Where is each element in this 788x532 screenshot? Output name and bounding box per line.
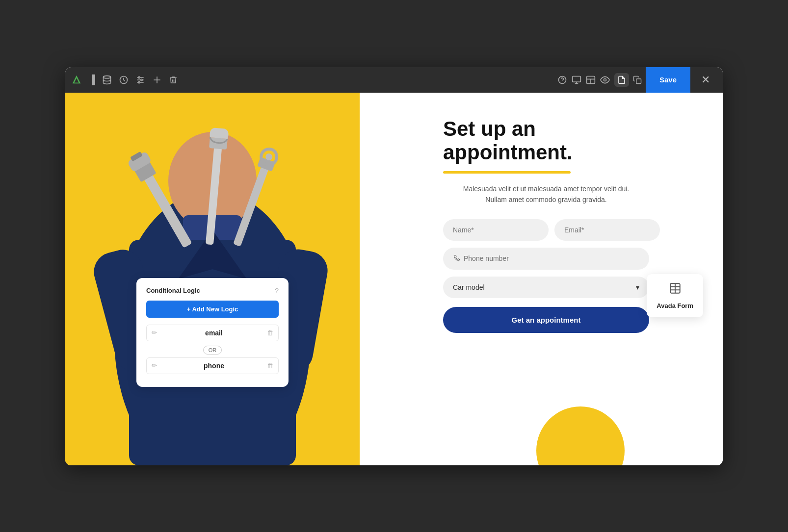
cl-title: Conditional Logic (146, 287, 200, 294)
phone-field-container (443, 248, 649, 270)
save-button[interactable]: Save (646, 67, 690, 93)
delete-icon-email[interactable]: 🗑 (267, 329, 273, 336)
logo-icon[interactable] (71, 75, 82, 85)
cl-header: Conditional Logic ? (146, 287, 279, 295)
phone-input[interactable] (464, 254, 639, 262)
car-model-select[interactable]: Car model ▾ (443, 277, 649, 298)
app-window: ▐ (65, 67, 723, 465)
avada-form-label: Avada Form (657, 302, 693, 309)
trash-icon[interactable] (169, 75, 178, 85)
edit-icon-phone[interactable]: ✏ (152, 362, 157, 369)
logic-row-email: ✏ email 🗑 (146, 325, 279, 341)
form-subtext: Malesuada velit et ut malesuada amet tem… (463, 183, 630, 205)
svg-point-0 (103, 76, 110, 78)
cl-help-icon[interactable]: ? (275, 287, 279, 295)
car-model-label: Car model (453, 283, 636, 291)
svg-point-7 (138, 81, 140, 83)
chevron-down-icon: ▾ (636, 283, 639, 291)
monitor-icon[interactable] (571, 75, 582, 85)
logic-row-phone: ✏ phone 🗑 (146, 357, 279, 374)
file-icon[interactable] (614, 73, 629, 87)
sliders-icon[interactable] (135, 75, 145, 85)
yellow-circle-decoration (536, 406, 625, 465)
edit-icon-email[interactable]: ✏ (152, 329, 157, 336)
eye-icon[interactable] (600, 75, 610, 85)
svg-rect-12 (573, 76, 581, 82)
close-button[interactable]: ✕ (694, 67, 717, 93)
topbar: ▐ (65, 67, 723, 93)
topbar-right: Save ✕ (557, 67, 717, 93)
logic-row-email-label: email (161, 329, 267, 337)
plus-icon[interactable] (152, 75, 162, 85)
or-badge: OR (203, 346, 222, 355)
help-icon[interactable] (557, 75, 567, 85)
panel-icon[interactable]: ▐ (89, 75, 95, 85)
email-input[interactable] (554, 219, 660, 241)
name-input[interactable] (443, 219, 549, 241)
or-divider: OR (146, 345, 279, 355)
left-panel: Conditional Logic ? + Add New Logic ✏ em… (65, 93, 360, 465)
yellow-underline (443, 171, 571, 174)
delete-icon-phone[interactable]: 🗑 (267, 362, 273, 369)
add-new-logic-button[interactable]: + Add New Logic (146, 301, 279, 318)
logic-row-phone-label: phone (161, 362, 267, 370)
avada-form-tooltip[interactable]: Avada Form (647, 274, 703, 317)
layers-icon[interactable] (102, 75, 112, 85)
topbar-left: ▐ (71, 75, 551, 85)
submit-button[interactable]: Get an appointment (443, 307, 649, 333)
svg-point-6 (141, 79, 142, 80)
copy-icon[interactable] (633, 75, 642, 85)
form-row-name-email (443, 219, 649, 241)
layout-icon[interactable] (586, 75, 596, 85)
svg-rect-19 (636, 78, 641, 83)
svg-point-5 (138, 76, 140, 78)
conditional-logic-card: Conditional Logic ? + Add New Logic ✏ em… (136, 278, 289, 387)
table-icon (668, 282, 683, 298)
clock-icon[interactable] (119, 75, 129, 85)
svg-point-18 (604, 78, 606, 81)
main-content: Conditional Logic ? + Add New Logic ✏ em… (65, 93, 723, 465)
right-panel: Set up an appointment. Malesuada velit e… (360, 93, 723, 465)
phone-icon (453, 254, 460, 263)
form-heading: Set up an appointment. (443, 117, 649, 165)
